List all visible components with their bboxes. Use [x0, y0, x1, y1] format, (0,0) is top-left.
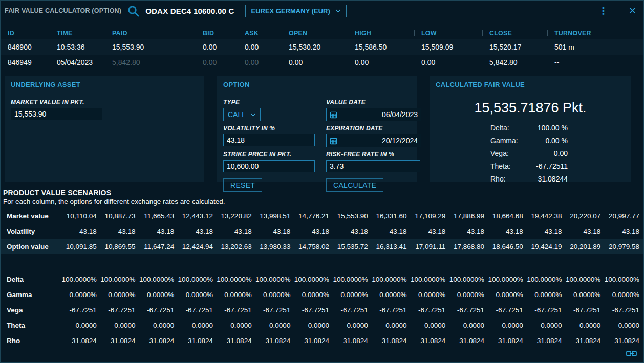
scenario-cell: 100.0000% — [213, 276, 252, 283]
scenario-cell: 19,424.19 — [523, 243, 562, 251]
scenario-cell: 13,202.63 — [213, 243, 252, 251]
scenario-cell: 31.0824 — [562, 337, 601, 345]
scenario-cell: 13,220.82 — [213, 212, 252, 220]
close-icon[interactable]: ✕ — [629, 6, 636, 15]
link-icon[interactable] — [626, 350, 637, 359]
value-date-input[interactable]: 06/04/2023 — [326, 108, 421, 121]
scenario-cell: -67.7251 — [174, 306, 213, 314]
scenario-cell: 43.18 — [562, 228, 601, 235]
scenario-cell: 100.0000% — [290, 276, 329, 283]
scenario-cell: 31.0824 — [329, 337, 368, 345]
scenario-row-label: Delta — [7, 276, 58, 283]
greek-row: Delta:100.00 % — [490, 124, 568, 132]
scenario-cell: 0.0000% — [252, 291, 291, 299]
calculator-panels: UNDERLYING ASSET MARKET VALUE IN PKT. OP… — [5, 76, 639, 182]
scenario-cell: 43.18 — [445, 228, 484, 235]
title-bar: FAIR VALUE CALCULATOR (OPTION) ODAX DEC4… — [1, 1, 643, 21]
risk-free-rate-label: RISK-FREE RATE IN % — [326, 151, 416, 158]
scenario-cell: 0.0000 — [97, 322, 136, 329]
greek-value: 31.08244 — [538, 175, 568, 183]
scenario-cell: 43.18 — [213, 228, 252, 235]
scenarios-subtitle: For each column, the options for differe… — [3, 198, 643, 206]
column-header: HIGH — [355, 30, 421, 37]
scenario-cell: 31.0824 — [368, 337, 407, 345]
scenario-cell: 18,646.50 — [484, 243, 523, 251]
chevron-down-icon — [250, 113, 256, 117]
exchange-select[interactable]: EUREX GERMANY (EUR) — [245, 5, 346, 17]
greek-value: 0.00 % — [545, 137, 568, 145]
table-cell: 0.00 — [203, 43, 245, 51]
scenario-cell: 43.18 — [58, 228, 97, 235]
scenario-cell: 16,313.41 — [368, 243, 407, 251]
scenario-cell: 0.0000% — [58, 291, 97, 299]
scenario-cell: 0.0000 — [407, 322, 446, 329]
greek-label: Rho: — [490, 175, 506, 183]
scenario-cell: -67.7251 — [329, 306, 368, 314]
scenario-cell: 31.0824 — [445, 337, 484, 345]
scenario-row: Gamma0.0000%0.0000%0.0000%0.0000%0.0000%… — [1, 287, 643, 302]
table-cell: 05/04/2023 — [57, 58, 112, 66]
volatility-input[interactable] — [223, 134, 315, 146]
scenario-cell: 100.0000% — [407, 276, 446, 283]
scenario-cell: 43.18 — [329, 228, 368, 235]
instrument-symbol: ODAX DEC4 10600.00 C — [145, 7, 234, 15]
scenario-cell: 0.0000% — [562, 291, 601, 299]
scenario-cell: 100.0000% — [135, 276, 174, 283]
scenario-cell: 100.0000% — [174, 276, 213, 283]
scenario-cell: 0.0000 — [368, 322, 407, 329]
scenario-row-label: Gamma — [7, 291, 58, 299]
option-type-select[interactable]: CALL — [223, 108, 261, 121]
scenario-row: Volatility43.1843.1843.1843.1843.1843.18… — [1, 223, 643, 239]
expiration-date-input[interactable]: 20/12/2024 — [326, 134, 421, 147]
table-row[interactable]: 84690010:53:3615,553.900.000.0015,530.20… — [1, 39, 643, 55]
scenario-cell: 15,535.72 — [329, 243, 368, 251]
table-cell: 10:53:36 — [57, 43, 112, 51]
scenario-cell: 0.0000 — [562, 322, 601, 329]
table-cell: 15,520.17 — [489, 43, 554, 51]
quote-table-header: IDTIMEPAIDBIDASKOPENHIGHLOWCLOSETURNOVER — [1, 27, 643, 39]
scenario-cell: -67.7251 — [135, 306, 174, 314]
column-header: TIME — [57, 30, 112, 37]
scenario-cell: 0.0000 — [252, 322, 291, 329]
scenario-cell: 0.0000% — [368, 291, 407, 299]
scenario-cell: 18,664.68 — [484, 212, 523, 220]
scenario-cell: 100.0000% — [329, 276, 368, 283]
table-cell: 0.00 — [355, 58, 421, 66]
scenario-cell: 10,110.04 — [58, 212, 97, 220]
scenario-row: Theta0.00000.00000.00000.00000.00000.000… — [1, 317, 643, 333]
greek-label: Delta: — [490, 124, 509, 132]
chevron-down-icon — [335, 9, 341, 13]
scenario-cell: 14,758.02 — [290, 243, 329, 251]
column-header: LOW — [421, 30, 489, 37]
greek-row: Vega:0.00 — [490, 149, 568, 157]
scenario-row-label: Rho — [7, 337, 58, 345]
scenario-cell: 0.0000 — [174, 322, 213, 329]
scenario-cell: 17,109.29 — [407, 212, 446, 220]
scenario-cell: 16,331.60 — [368, 212, 407, 220]
table-row[interactable]: 84694905/04/20235,842.800.000.000.000.00… — [1, 55, 643, 70]
table-cell: 5,842.80 — [489, 58, 554, 66]
exchange-select-value: EUREX GERMANY (EUR) — [251, 7, 330, 15]
scenario-cell: 20,201.89 — [562, 243, 601, 251]
market-value-label: MARKET VALUE IN PKT. — [11, 99, 198, 106]
calendar-icon — [330, 137, 337, 145]
scenario-cell: 43.18 — [252, 228, 291, 235]
scenario-cell: 15,553.90 — [329, 212, 368, 220]
scenario-cell: 12,424.94 — [174, 243, 213, 251]
scenario-cell: -67.7251 — [523, 306, 562, 314]
strike-price-input[interactable] — [223, 160, 315, 172]
greek-value: 100.00 % — [538, 124, 568, 132]
scenario-cell: 0.0000% — [523, 291, 562, 299]
table-cell: 846900 — [8, 43, 57, 51]
risk-free-rate-input[interactable] — [326, 160, 420, 172]
search-icon[interactable] — [127, 5, 139, 17]
kebab-menu-icon[interactable]: ⋮ — [595, 6, 611, 16]
reset-button[interactable]: RESET — [223, 178, 262, 192]
value-date-label: VALUE DATE — [326, 99, 416, 106]
calculate-button[interactable]: CALCULATE — [326, 178, 383, 192]
product-value-scenarios: PRODUCT VALUE SCENARIOS For each column,… — [1, 189, 643, 348]
quote-table-body: 84690010:53:3615,553.900.000.0015,530.20… — [1, 39, 643, 70]
scenario-cell: 43.18 — [484, 228, 523, 235]
market-value-input[interactable] — [11, 108, 102, 120]
table-cell: -- — [554, 58, 643, 66]
